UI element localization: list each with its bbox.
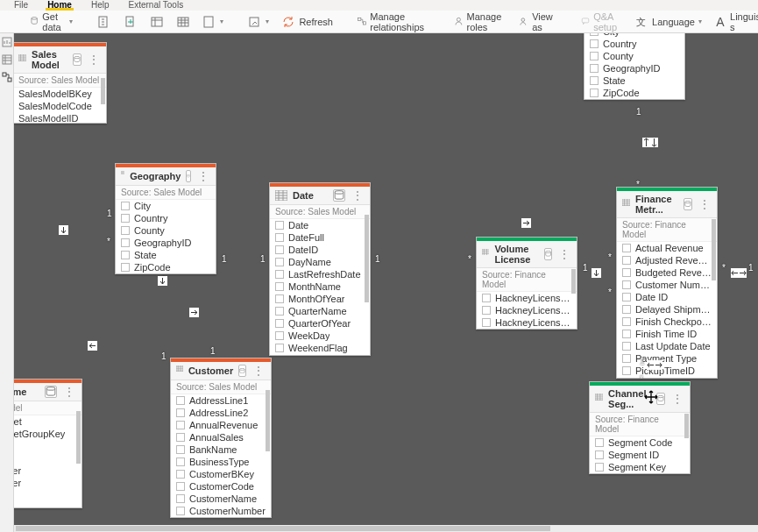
table-geography[interactable]: Geography ⋮ Source: Sales Model City Cou… [115, 163, 216, 274]
field-item[interactable]: Customer Number [617, 279, 717, 291]
field-item[interactable]: DateID [270, 244, 370, 256]
field-item[interactable]: CustomerNumber [171, 505, 271, 517]
more-icon[interactable]: ⋮ [698, 198, 712, 210]
storage-mode-icon[interactable] [333, 189, 345, 202]
storage-mode-icon[interactable] [238, 365, 246, 377]
view-as-button[interactable]: View as [514, 10, 560, 34]
manage-roles-button[interactable]: Manage roles [450, 10, 510, 34]
field-item[interactable]: Delayed Shipments [617, 303, 717, 316]
storage-mode-icon[interactable] [684, 198, 692, 210]
table-geography-top[interactable]: City Country County GeographyID State Zi… [584, 33, 685, 100]
field-item[interactable]: State [116, 249, 216, 261]
field-item[interactable]: QuarterName [270, 305, 370, 317]
field-item[interactable]: BusinessType [171, 456, 271, 468]
get-data-button[interactable]: Get data ▾ [26, 10, 76, 34]
field-item[interactable]: DayName [270, 256, 370, 268]
field-item[interactable]: eBucketGroupKey [14, 428, 81, 440]
field-item[interactable]: CustomerBKey [171, 468, 271, 480]
field-item[interactable]: AddressLine1 [171, 394, 271, 407]
field-item[interactable]: Segment Key [590, 461, 690, 473]
more-icon[interactable]: ⋮ [196, 170, 210, 182]
field-item[interactable]: LastRefreshDate [270, 268, 370, 280]
field-item[interactable]: WeekendFlag [270, 342, 370, 354]
more-icon[interactable]: ⋮ [251, 365, 266, 377]
model-view-icon[interactable] [2, 72, 12, 82]
storage-mode-icon[interactable] [186, 170, 191, 182]
field-item[interactable]: City [116, 200, 216, 212]
linguistic-button[interactable]: A Linguistic s [711, 10, 758, 34]
field-item[interactable]: County [116, 224, 216, 237]
field-item[interactable]: CustomerCode [171, 480, 271, 493]
report-view-icon[interactable] [2, 37, 12, 47]
table-channel-segment[interactable]: Channel Seg... ⋮ Source: Finance Model S… [589, 381, 691, 474]
more-icon[interactable]: ⋮ [557, 248, 571, 260]
field-item[interactable]: HackneyLicenseCode [477, 304, 577, 316]
transform-button[interactable]: ▾ [244, 13, 273, 31]
field-item[interactable]: PickupTimeID [617, 365, 717, 377]
qa-setup-button[interactable]: Q&A setup [577, 10, 626, 34]
field-item[interactable]: SalesModelBKey [14, 88, 106, 100]
field-item[interactable]: AnnualRevenue [171, 419, 271, 431]
field-item[interactable]: Payment Type [617, 352, 717, 365]
field-item[interactable]: GeographyID [116, 237, 216, 249]
field-item[interactable]: SalesModelCode [14, 100, 106, 112]
field-item[interactable]: Finish Time ID [617, 328, 717, 340]
field-item[interactable]: County [584, 50, 684, 62]
field-item[interactable]: Date [270, 219, 370, 231]
ribbon-icon-2[interactable] [120, 13, 141, 31]
tab-help[interactable]: Help [89, 0, 111, 11]
table-finance-metrics[interactable]: Finance Metr... ⋮ Source: Finance Model … [616, 187, 718, 379]
ribbon-icon-1[interactable] [94, 13, 115, 31]
field-item[interactable]: f Sale [14, 440, 81, 452]
storage-mode-icon[interactable] [45, 386, 57, 398]
model-canvas[interactable]: Sales Model ⋮ Source: Sales Model SalesM… [14, 33, 758, 525]
field-item[interactable]: QuarterOfYear [270, 317, 370, 330]
horizontal-scrollbar[interactable] [14, 525, 758, 532]
field-item[interactable]: MonthName [270, 280, 370, 293]
field-item[interactable]: Segment ID [590, 449, 690, 461]
table-sales-model[interactable]: Sales Model ⋮ Source: Sales Model SalesM… [14, 42, 107, 124]
field-item[interactable]: Finish Checkpoint ID [617, 316, 717, 328]
field-item[interactable]: Adjusted Revenue [617, 254, 717, 266]
more-icon[interactable]: ⋮ [670, 393, 684, 405]
field-item[interactable]: BankName [171, 443, 271, 456]
refresh-button[interactable]: Refresh [278, 13, 336, 31]
storage-mode-icon[interactable] [656, 393, 665, 405]
field-item[interactable]: Country [584, 38, 684, 50]
field-item[interactable]: ZipCode [584, 87, 684, 99]
field-item[interactable]: AddressLine2 [171, 407, 271, 419]
ribbon-icon-3[interactable] [146, 13, 167, 31]
field-item[interactable]: AnnualSales [171, 431, 271, 443]
field-item[interactable]: Actual Revenue [617, 242, 717, 254]
field-item[interactable]: Segment Code [590, 436, 690, 449]
more-icon[interactable]: ⋮ [351, 189, 365, 202]
field-item[interactable]: eBucket [14, 415, 81, 428]
field-item[interactable]: CustomerName [171, 493, 271, 505]
field-item[interactable]: ey [14, 489, 81, 501]
storage-mode-icon[interactable] [73, 53, 81, 66]
field-item[interactable]: Number [14, 465, 81, 477]
more-icon[interactable]: ⋮ [87, 53, 101, 66]
field-item[interactable]: Date ID [617, 291, 717, 303]
field-item[interactable]: GeographyID [584, 62, 684, 74]
storage-mode-icon[interactable] [544, 248, 552, 260]
field-item[interactable]: Last Update Date [617, 340, 717, 352]
table-customer[interactable]: Customer ⋮ Source: Sales Model AddressLi… [170, 358, 272, 518]
field-item[interactable]: State [584, 74, 684, 87]
field-item[interactable]: HackneyLicenseID [477, 316, 577, 329]
manage-relationships-button[interactable]: Manage relationships [354, 10, 433, 34]
ribbon-icon-5[interactable]: ▾ [199, 13, 227, 31]
field-item[interactable]: MonthOfYear [270, 293, 370, 305]
field-item[interactable]: Number [14, 477, 81, 489]
table-volume-license[interactable]: Volume License ⋮ Source: Finance Model H… [476, 237, 577, 330]
table-date[interactable]: Date ⋮ Source: Sales Model Date DateFull… [269, 182, 371, 356]
more-icon[interactable]: ⋮ [62, 386, 76, 398]
field-item[interactable]: SalesModelID [14, 112, 106, 123]
field-item[interactable]: ZipCode [116, 261, 216, 273]
field-item[interactable]: ucket [14, 452, 81, 465]
field-item[interactable]: Budgeted Revenue [617, 266, 717, 279]
field-item[interactable]: Country [116, 212, 216, 224]
language-button[interactable]: 文 Language ▾ [631, 13, 705, 31]
field-item[interactable]: DateFull [270, 231, 370, 244]
data-view-icon[interactable] [2, 54, 12, 65]
